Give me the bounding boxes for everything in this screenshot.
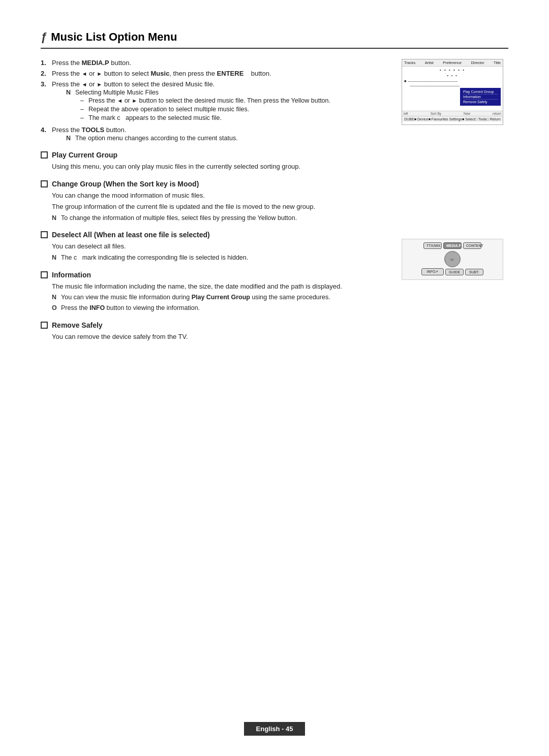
remote-info: INFO↗ [421, 268, 444, 275]
remote-guide: GUIDE [445, 269, 464, 275]
step-3-dashes: – Press the ◄ or ► button to select the … [80, 97, 386, 121]
dash-1-sym: – [80, 97, 85, 104]
screen-dots: • • • • • • [402, 67, 503, 73]
page: ƒ Music List Option Menu 1. Press the ME… [0, 0, 549, 756]
screen-tab-preference: Preference [443, 60, 462, 65]
section-deselect-all-body: You can deselect all files. N The c mark… [52, 241, 386, 262]
deselect-all-note-text: The c mark indicating the corresponding … [61, 253, 248, 263]
section-information-label: Information [52, 271, 91, 279]
right-col: Tracks Artist Preference Director Title … [396, 59, 508, 350]
step-2-text: Press the ◄ or ► button to select Music,… [52, 70, 386, 77]
section-information: Information The music file information i… [41, 271, 386, 313]
step-1-num: 1. [41, 59, 49, 67]
bottom-dube: DUBE [404, 117, 414, 121]
dash-3-text: The mark c appears to the selected music… [88, 114, 222, 121]
remote-content: CONTENT [463, 242, 481, 249]
dash-1-text: Press the ◄ or ► button to select the de… [88, 97, 330, 104]
dash-2: – Repeat the above operation to select m… [80, 106, 386, 113]
screen-row-1: ■ —————————————— [404, 79, 501, 83]
section-change-group-body: You can change the mood information of m… [52, 191, 386, 223]
deselect-all-note-marker: N [52, 253, 59, 263]
deselect-all-note: N The c mark indicating the correspondin… [52, 253, 386, 263]
screen-tab-director: Director [471, 60, 484, 65]
screen-content: ■ —————————————— —————————————— Play Cur… [402, 78, 503, 111]
content-area: 1. Press the MEDIA.P button. 2. Press th… [41, 59, 508, 350]
screen-label-1: left [404, 112, 408, 115]
section-deselect-all-label: Deselect All (When at least one file is … [52, 231, 210, 239]
screen-label-2: Sort By [431, 112, 441, 115]
dash-2-text: Repeat the above operation to select mul… [88, 106, 249, 113]
information-note-n: N You can view the music file informatio… [52, 293, 386, 302]
play-current-group-text: Using this menu, you can only play music… [52, 162, 386, 172]
information-note-n-marker: N [52, 293, 59, 302]
section-change-group-title: Change Group (When the Sort key is Mood) [41, 180, 386, 188]
step-1-text: Press the MEDIA.P button. [52, 59, 386, 67]
remote-control: TTX/MIX MEDIA.P CONTENT ⊙↑ INFO↗ GUIDE S… [402, 239, 503, 280]
change-group-note-marker: N [52, 213, 59, 223]
section-information-body: The music file information including the… [52, 281, 386, 313]
section-change-group-label: Change Group (When the Sort key is Mood) [52, 180, 199, 188]
screen-tab-artist: Artist [425, 60, 434, 65]
left-col: 1. Press the MEDIA.P button. 2. Press th… [41, 59, 386, 350]
screen-sub-dots: • • • [402, 73, 503, 78]
checkbox-icon-2 [41, 180, 48, 187]
step-3-note: N Selecting Multiple Music Files – Press… [66, 89, 386, 121]
change-group-text-1: You can change the mood information of m… [52, 191, 386, 201]
tv-screen: Tracks Artist Preference Director Title … [402, 59, 503, 125]
section-play-current-group: Play Current Group Using this menu, you … [41, 151, 386, 172]
step-4-note-marker: N [66, 135, 73, 142]
popup-item-play: Play Current Group [463, 89, 498, 94]
bottom-return: □ Return [487, 117, 501, 121]
information-note-o: O Press the INFO button to viewing the i… [52, 303, 386, 313]
section-remove-safely: Remove Safely You can remove the device … [41, 321, 386, 342]
change-group-note-text: To change the information of multiple fi… [61, 213, 297, 223]
dash-1: – Press the ◄ or ► button to select the … [80, 97, 386, 104]
information-text: The music file information including the… [52, 281, 386, 292]
screen-tab-tracks: Tracks [404, 60, 415, 65]
bottom-favs: ■ Favourites Settings [429, 117, 462, 121]
step-4-num: 4. [41, 126, 49, 143]
information-note-o-text: Press the INFO button to viewing the inf… [61, 303, 200, 313]
section-change-group: Change Group (When the Sort key is Mood)… [41, 180, 386, 223]
section-deselect-all: Deselect All (When at least one file is … [41, 231, 386, 262]
checkbox-icon-4 [41, 271, 48, 278]
numbered-steps: 1. Press the MEDIA.P button. 2. Press th… [41, 59, 386, 143]
information-note-n-text: You can view the music file information … [61, 293, 330, 302]
page-title-area: ƒ Music List Option Menu [41, 30, 508, 49]
section-play-current-group-title: Play Current Group [41, 151, 386, 159]
step-3-num: 3. [41, 80, 49, 123]
screen-row-labels: left Sort By Now return [402, 111, 503, 116]
screen-row-2: —————————————— [404, 83, 501, 88]
step-4-note-text: The option menu changes according to the… [75, 135, 238, 142]
dash-3-sym: – [80, 114, 85, 121]
step-3-note-text: Selecting Multiple Music Files [75, 89, 159, 96]
page-title: Music List Option Menu [51, 30, 177, 44]
popup-item-information: Information [463, 94, 498, 100]
step-4-note-line: N The option menu changes according to t… [66, 135, 386, 142]
checkbox-icon-3 [41, 231, 48, 238]
deselect-all-text: You can deselect all files. [52, 241, 386, 251]
dash-2-sym: – [80, 106, 85, 113]
section-play-current-group-body: Using this menu, you can only play music… [52, 162, 386, 172]
section-play-current-group-label: Play Current Group [52, 151, 117, 159]
step-2: 2. Press the ◄ or ► button to select Mus… [41, 70, 386, 77]
step-1: 1. Press the MEDIA.P button. [41, 59, 386, 67]
remote-top-row: TTX/MIX MEDIA.P CONTENT [423, 242, 481, 249]
screen-top-bar: Tracks Artist Preference Director Title [402, 59, 503, 67]
remote-mid-row: ⊙↑ [444, 251, 461, 267]
section-remove-safely-body: You can remove the device safely from th… [52, 332, 386, 342]
section-remove-safely-label: Remove Safely [52, 321, 103, 329]
remote-circle-btn: ⊙↑ [444, 251, 461, 267]
dash-3: – The mark c appears to the selected mus… [80, 114, 386, 121]
step-2-num: 2. [41, 70, 49, 77]
step-3-text: Press the ◄ or ► button to select the de… [52, 80, 386, 123]
remote-ttxmix: TTX/MIX [423, 242, 442, 249]
remote-bottom-row: INFO↗ GUIDE SUBT. [421, 268, 483, 275]
footer-badge: English - 45 [244, 722, 306, 736]
section-information-title: Information [41, 271, 386, 279]
checkbox-icon-1 [41, 151, 48, 159]
section-deselect-all-title: Deselect All (When at least one file is … [41, 231, 386, 239]
checkbox-icon-5 [41, 322, 48, 329]
step-4: 4. Press the TOOLS button. N The option … [41, 126, 386, 143]
change-group-text-2: The group information of the current fil… [52, 202, 386, 212]
